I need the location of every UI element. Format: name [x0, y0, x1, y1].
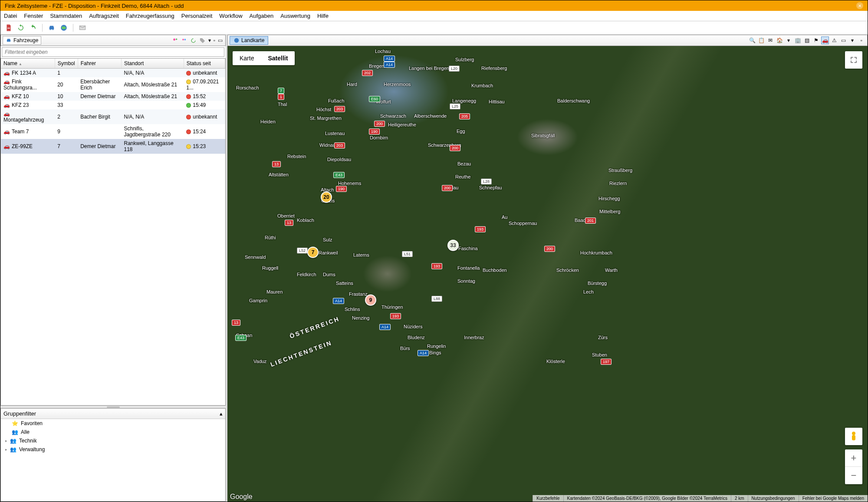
- map-label: Oberriet: [277, 213, 295, 218]
- menu-auswertung[interactable]: Auswertung: [280, 13, 310, 19]
- collapse-icon[interactable]: ▴: [220, 410, 223, 417]
- warning-icon[interactable]: ⚠: [830, 36, 838, 44]
- table-row[interactable]: 🚗Team 79Schnifis, Jagdbergstraße 22015:2…: [1, 124, 225, 139]
- map-label: Innerbraz: [464, 335, 484, 340]
- table-row[interactable]: 🚗ZE-99ZE7Demer DietmarRankweil, Langgass…: [1, 139, 225, 154]
- map-footer-item[interactable]: Kurzbefehle: [533, 495, 563, 502]
- col-standort[interactable]: Standort: [122, 59, 184, 69]
- map-label: Gamprin: [249, 298, 267, 303]
- map-label: Thüringen: [381, 304, 403, 310]
- map-footer-item[interactable]: Kartendaten ©2024 GeoBasis-DE/BKG (©2009…: [563, 495, 731, 502]
- menu-auftragszeit[interactable]: Auftragszeit: [89, 13, 119, 19]
- menu-hilfe[interactable]: Hilfe: [317, 13, 329, 19]
- export-pdf-icon[interactable]: [4, 23, 13, 33]
- map-marker-7[interactable]: 7: [307, 247, 319, 258]
- tag-icon[interactable]: [198, 36, 207, 45]
- filter-input[interactable]: [2, 47, 224, 57]
- clipboard-icon[interactable]: 📋: [757, 36, 765, 44]
- group-item-verwaltung[interactable]: ▸👥Verwaltung: [1, 445, 225, 454]
- streetview-button[interactable]: [845, 428, 862, 445]
- globe-icon[interactable]: [59, 23, 69, 33]
- col-name[interactable]: Name▲: [1, 59, 55, 69]
- zoom-in-button[interactable]: +: [845, 449, 862, 467]
- restore-icon[interactable]: ▫: [858, 36, 865, 44]
- map-marker-9[interactable]: 9: [365, 294, 376, 306]
- group-icon[interactable]: [180, 36, 188, 45]
- road-badge: E43: [333, 172, 345, 178]
- menu-datei[interactable]: Datei: [4, 13, 17, 19]
- map-footer-item[interactable]: 2 km: [731, 495, 748, 502]
- flag-icon[interactable]: ⚑: [812, 36, 820, 44]
- svg-rect-4: [176, 38, 177, 40]
- close-pane-icon[interactable]: ▭: [217, 36, 224, 45]
- table-row[interactable]: 🚗KFZ 1010Demer DietmarAltach, Möslestraß…: [1, 92, 225, 101]
- maximize-icon[interactable]: ▫: [213, 36, 216, 45]
- pegman-icon: [849, 431, 858, 442]
- group-icon: 👥: [12, 429, 18, 435]
- table-row[interactable]: 🚗Montagefahrzeug2Bacher BirgitN/A, N/Aun…: [1, 109, 225, 124]
- map-type-switch: Karte Satellit: [233, 51, 295, 65]
- road-badge: 190: [369, 129, 380, 135]
- close-icon[interactable]: ✕: [856, 2, 863, 9]
- map-label: Bezau: [457, 161, 471, 166]
- group-icon: 👥: [10, 446, 16, 452]
- zoom-out-button[interactable]: −: [845, 467, 862, 484]
- map-canvas[interactable]: Karte Satellit LochauSulzbergBregenzLang…: [227, 46, 868, 502]
- menu-aufgaben[interactable]: Aufgaben: [250, 13, 274, 19]
- minimize2-icon[interactable]: ▾: [848, 36, 856, 44]
- map-footer-item[interactable]: Fehler bei Google Maps melden: [799, 495, 868, 502]
- layers-icon[interactable]: ▤: [803, 36, 811, 44]
- mail-icon[interactable]: [78, 23, 87, 33]
- table-row[interactable]: 🚗KFZ 233315:49: [1, 101, 225, 109]
- menu-fahrzeugerfassung[interactable]: Fahrzeugerfassung: [126, 13, 174, 19]
- group-label: Alle: [21, 429, 30, 435]
- map-footer-item[interactable]: Nutzungsbedingungen: [748, 495, 799, 502]
- map-tab[interactable]: Landkarte: [230, 36, 268, 45]
- map-label: Frastanz: [349, 291, 368, 297]
- building-icon[interactable]: 🏢: [794, 36, 802, 44]
- group-item-technik[interactable]: ▸👥Technik: [1, 436, 225, 445]
- svg-rect-9: [852, 435, 855, 440]
- col-status-seit[interactable]: Status seit: [184, 59, 225, 69]
- vehicles-tab[interactable]: Fahrzeuge: [3, 36, 41, 45]
- mail-small-icon[interactable]: ✉: [766, 36, 774, 44]
- map-type-satellit[interactable]: Satellit: [261, 51, 295, 65]
- road-badge: 200: [544, 246, 555, 252]
- car-icon[interactable]: [47, 23, 56, 33]
- map-marker-33[interactable]: 33: [447, 240, 459, 251]
- menu-personalzeit[interactable]: Personalzeit: [181, 13, 213, 19]
- group-item-favoriten[interactable]: ⭐Favoriten: [1, 419, 225, 428]
- map-type-karte[interactable]: Karte: [233, 51, 261, 65]
- svg-point-5: [182, 39, 184, 40]
- col-fahrer[interactable]: Fahrer: [78, 59, 121, 69]
- fullscreen-button[interactable]: [845, 51, 862, 69]
- map-label: Lech: [583, 289, 594, 294]
- refresh-small-icon[interactable]: [189, 36, 197, 45]
- horizontal-splitter[interactable]: [0, 406, 226, 408]
- menu-workflow[interactable]: Workflow: [219, 13, 242, 19]
- map-label: Rungelin: [427, 343, 446, 349]
- col-symbol[interactable]: Symbol: [55, 59, 78, 69]
- road-badge: 193: [475, 226, 486, 232]
- map-marker-20[interactable]: 20: [321, 192, 332, 203]
- table-row[interactable]: 🚗Fink Schulungsra...20Ebersbächer ErichA…: [1, 77, 225, 92]
- minimize-icon[interactable]: ▾: [207, 36, 212, 45]
- group-item-alle[interactable]: 👥Alle: [1, 428, 225, 436]
- dropdown-icon[interactable]: ▾: [785, 36, 792, 44]
- menu-fenster[interactable]: Fenster: [24, 13, 43, 19]
- map-label: Balderschwang: [557, 98, 590, 103]
- road-badge: L28: [481, 178, 492, 185]
- list-icon[interactable]: ▭: [839, 36, 847, 44]
- home-icon[interactable]: 🏠: [776, 36, 783, 44]
- table-row[interactable]: 🚗FK 1234 A1N/A, N/Aunbekannt: [1, 69, 225, 78]
- search-icon[interactable]: 🔍: [748, 36, 756, 44]
- undo-icon[interactable]: [28, 23, 38, 33]
- person-add-icon[interactable]: [171, 36, 179, 45]
- road-badge: 197: [601, 359, 612, 365]
- refresh-icon[interactable]: [16, 23, 26, 33]
- group-filter-header[interactable]: Gruppenfilter ▴: [1, 409, 225, 419]
- car-filter-icon[interactable]: 🚗: [821, 36, 829, 44]
- road-badge: 7: [278, 88, 284, 94]
- expand-icon: ▸: [5, 439, 7, 443]
- menu-stammdaten[interactable]: Stammdaten: [50, 13, 82, 19]
